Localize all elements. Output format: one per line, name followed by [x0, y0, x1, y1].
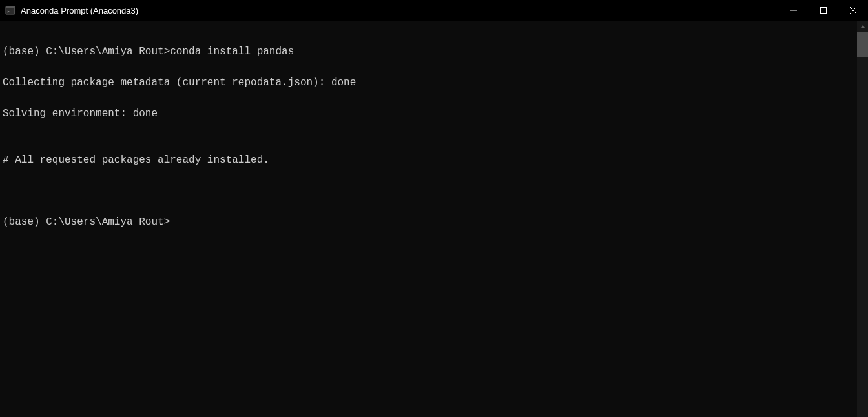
terminal-line: (base) C:\Users\Amiya Rout> [3, 214, 865, 230]
terminal-line: Solving environment: done [3, 106, 865, 121]
svg-rect-4 [821, 8, 827, 14]
terminal-line: Collecting package metadata (current_rep… [3, 75, 865, 90]
window-titlebar: >_ Anaconda Prompt (Anaconda3) [0, 0, 868, 21]
terminal-app-icon: >_ [5, 5, 16, 15]
scrollbar-thumb[interactable] [857, 32, 868, 57]
window-controls [779, 0, 868, 21]
scrollbar-arrow-up-icon[interactable] [857, 21, 868, 32]
close-icon [850, 7, 856, 14]
maximize-button[interactable] [809, 0, 838, 21]
window-title: Anaconda Prompt (Anaconda3) [21, 6, 138, 15]
terminal-output[interactable]: (base) C:\Users\Amiya Rout>conda install… [0, 21, 868, 248]
maximize-icon [820, 7, 827, 14]
minimize-icon [790, 7, 797, 14]
vertical-scrollbar[interactable] [857, 21, 868, 417]
minimize-button[interactable] [779, 0, 809, 21]
titlebar-left: >_ Anaconda Prompt (Anaconda3) [5, 5, 138, 15]
close-button[interactable] [838, 0, 868, 21]
terminal-line: # All requested packages already install… [3, 152, 865, 168]
terminal-line: (base) C:\Users\Amiya Rout>conda install… [3, 44, 865, 59]
svg-text:>_: >_ [8, 9, 13, 14]
